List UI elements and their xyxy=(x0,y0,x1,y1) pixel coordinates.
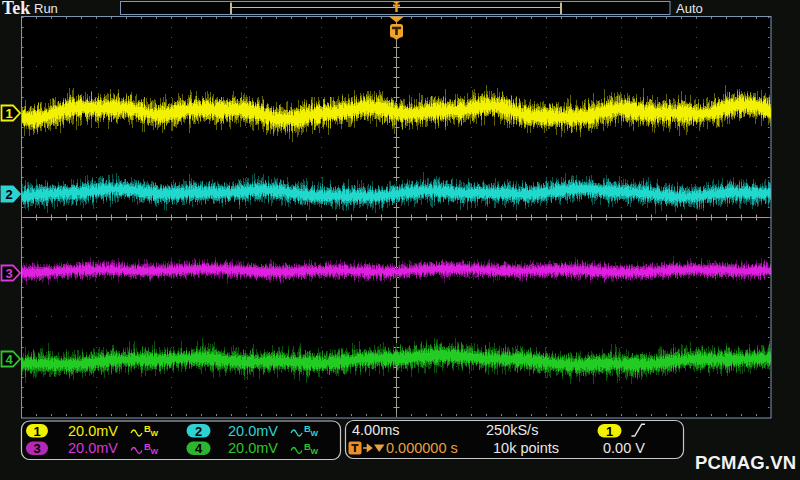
svg-text:1: 1 xyxy=(33,424,40,439)
svg-text:Auto: Auto xyxy=(676,1,703,16)
svg-text:PCMAG.VN: PCMAG.VN xyxy=(695,452,796,473)
svg-text:10k points: 10k points xyxy=(493,440,559,456)
svg-text:3: 3 xyxy=(33,441,40,456)
svg-text:1: 1 xyxy=(606,424,613,439)
svg-text:4.00ms: 4.00ms xyxy=(352,422,400,438)
svg-text:250kS/s: 250kS/s xyxy=(486,422,538,438)
svg-text:20.0mV: 20.0mV xyxy=(228,440,278,456)
svg-text:Tek: Tek xyxy=(2,0,30,18)
svg-text:0.00 V: 0.00 V xyxy=(603,440,645,456)
svg-text:Run: Run xyxy=(34,1,58,16)
svg-text:20.0mV: 20.0mV xyxy=(68,440,118,456)
svg-text:W: W xyxy=(151,429,159,438)
svg-text:0.000000 s: 0.000000 s xyxy=(386,440,458,456)
svg-text:20.0mV: 20.0mV xyxy=(228,423,278,439)
svg-text:3: 3 xyxy=(5,266,12,281)
svg-text:W: W xyxy=(311,447,319,456)
svg-text:W: W xyxy=(311,429,319,438)
svg-text:2: 2 xyxy=(195,424,202,439)
svg-text:4: 4 xyxy=(195,441,203,456)
svg-text:4: 4 xyxy=(5,352,13,367)
svg-text:W: W xyxy=(151,447,159,456)
svg-text:1: 1 xyxy=(5,106,12,121)
svg-text:2: 2 xyxy=(5,187,12,202)
svg-text:20.0mV: 20.0mV xyxy=(68,423,118,439)
